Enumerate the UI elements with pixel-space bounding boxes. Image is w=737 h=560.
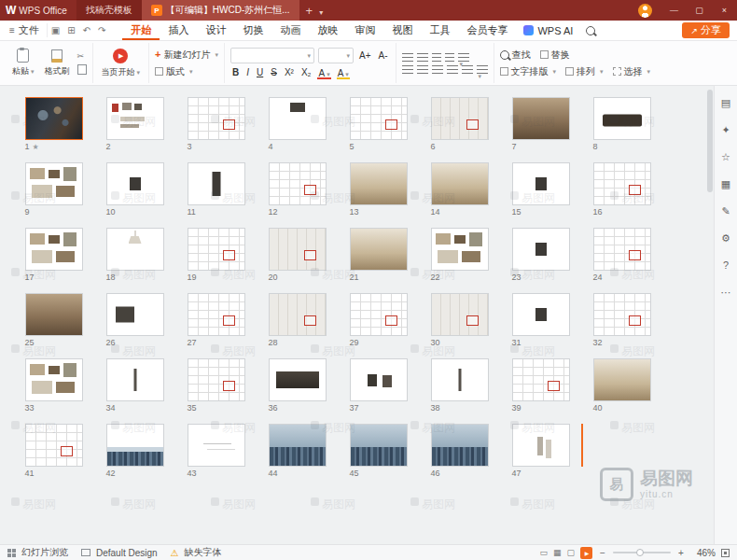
underline-button[interactable]: U [255, 67, 265, 78]
menu-tab-审阅[interactable]: 审阅 [346, 21, 383, 40]
tab-template-store[interactable]: 找稿壳模板 [76, 0, 142, 21]
search-icon[interactable] [586, 26, 595, 35]
slide-thumbnail[interactable] [25, 424, 83, 467]
replace-button[interactable]: 替换 [540, 49, 570, 62]
strikethrough-button[interactable]: S [269, 67, 279, 78]
zoom-in-button[interactable]: + [676, 548, 686, 558]
slide-thumbnail[interactable] [269, 424, 327, 467]
slide-thumbnail[interactable] [431, 228, 489, 271]
slide-thumbnail[interactable] [350, 228, 408, 271]
highlight-button[interactable]: A [336, 68, 351, 78]
align-center-icon[interactable] [417, 65, 428, 74]
gallery-icon[interactable]: ▦ [718, 176, 733, 191]
subscript-button[interactable]: X₂ [299, 67, 313, 78]
more-icon[interactable]: ⋯ [718, 285, 733, 300]
slide-thumbnail[interactable] [106, 424, 164, 467]
design-name[interactable]: Default Design [96, 548, 158, 558]
maximize-button[interactable]: ▢ [687, 0, 712, 21]
favorites-icon[interactable]: ☆ [718, 149, 733, 164]
cut-button[interactable]: ✂ [77, 52, 87, 61]
slide-thumbnail[interactable] [188, 162, 245, 205]
save-button[interactable]: ▣ [48, 25, 63, 35]
bold-button[interactable]: B [230, 67, 241, 78]
minimize-button[interactable]: — [661, 0, 687, 21]
slide-thumbnail[interactable] [188, 97, 245, 140]
slide-thumbnail[interactable] [188, 228, 245, 271]
slide-thumbnail[interactable] [350, 162, 408, 205]
beautify-icon[interactable]: ✦ [718, 122, 733, 137]
tab-document[interactable]: P 【可编辑】HWCD-苏州仁恒... [142, 0, 299, 21]
slide-thumbnail[interactable] [593, 97, 651, 140]
slide-thumbnail[interactable] [106, 97, 164, 140]
arrange-button[interactable]: 排列 [565, 65, 604, 78]
slideshow-button[interactable] [580, 547, 592, 559]
paste-button[interactable]: 粘贴 [9, 49, 37, 77]
normal-view-button[interactable]: ▭ [539, 548, 548, 557]
slide-thumbnail[interactable] [512, 424, 570, 467]
slide-thumbnail[interactable] [350, 358, 408, 401]
slide-thumbnail[interactable] [25, 162, 83, 205]
menu-tab-切换[interactable]: 切换 [234, 21, 271, 40]
menu-tab-会员专享[interactable]: 会员专享 [458, 21, 516, 40]
bullets-icon[interactable] [402, 53, 413, 62]
slide-thumbnail[interactable] [593, 228, 651, 271]
menu-tab-插入[interactable]: 插入 [160, 21, 197, 40]
new-tab-button[interactable]: + [299, 4, 320, 18]
slide-thumbnail[interactable] [269, 162, 327, 205]
zoom-slider-thumb[interactable] [636, 549, 644, 556]
slide-thumbnail[interactable] [106, 162, 164, 205]
align-right-icon[interactable] [432, 65, 443, 74]
fit-to-window-button[interactable] [721, 549, 730, 557]
outdent-icon[interactable] [432, 53, 441, 62]
text-tools-button[interactable]: 文字排版 [500, 65, 557, 78]
menu-tab-视图[interactable]: 视图 [383, 21, 421, 40]
slide-thumbnail[interactable] [593, 162, 651, 205]
slide-thumbnail[interactable] [512, 358, 570, 401]
reading-view-button[interactable]: ▢ [566, 548, 575, 557]
text-direction-icon[interactable] [477, 65, 488, 74]
print-button[interactable]: ⊞ [63, 25, 78, 35]
properties-icon[interactable]: ▤ [718, 95, 733, 110]
play-from-current-button[interactable]: 当页开始 [99, 49, 144, 78]
annotate-icon[interactable]: ✎ [718, 203, 733, 218]
slide-thumbnail[interactable] [593, 358, 651, 401]
help-icon[interactable]: ? [718, 258, 733, 273]
menu-tab-设计[interactable]: 设计 [197, 21, 234, 40]
line-spacing-icon[interactable] [458, 53, 469, 62]
slide-thumbnail[interactable] [512, 162, 570, 205]
font-color-button[interactable]: A [316, 68, 331, 78]
menu-tab-动画[interactable]: 动画 [271, 21, 309, 40]
slide-thumbnail[interactable] [431, 97, 489, 140]
slide-thumbnail[interactable] [512, 228, 570, 271]
slide-thumbnail[interactable] [25, 293, 83, 336]
new-slide-button[interactable]: + 新建幻灯片 [155, 49, 218, 62]
slide-thumbnail[interactable] [269, 293, 327, 336]
indent-icon[interactable] [445, 53, 454, 62]
format-painter-button[interactable]: 格式刷 [42, 49, 73, 77]
close-button[interactable]: × [712, 0, 737, 21]
file-menu-button[interactable]: ≡ 文件 [7, 23, 48, 37]
menu-tab-开始[interactable]: 开始 [122, 21, 160, 40]
tab-list-caret-icon[interactable] [319, 2, 328, 19]
menu-tab-放映[interactable]: 放映 [309, 21, 346, 40]
slide-thumbnail[interactable] [431, 358, 489, 401]
slide-thumbnail[interactable] [188, 358, 245, 401]
slide-thumbnail[interactable] [188, 293, 245, 336]
zoom-out-button[interactable]: − [598, 548, 607, 558]
wps-ai-button[interactable]: WPS AI [516, 25, 580, 36]
superscript-button[interactable]: X² [283, 67, 296, 78]
user-avatar[interactable] [638, 4, 652, 18]
slide-thumbnail[interactable] [431, 424, 489, 467]
slide-thumbnail[interactable] [25, 358, 83, 401]
align-left-icon[interactable] [402, 65, 413, 74]
slide-thumbnail[interactable] [269, 358, 327, 401]
distribute-icon[interactable] [462, 65, 473, 74]
italic-button[interactable]: I [244, 67, 251, 78]
undo-button[interactable]: ↶ [79, 25, 94, 35]
font-family-select[interactable] [230, 48, 314, 63]
shrink-font-button[interactable]: A- [377, 50, 390, 62]
menu-tab-工具[interactable]: 工具 [421, 21, 458, 40]
slide-thumbnail[interactable] [350, 293, 408, 336]
zoom-slider[interactable] [613, 552, 671, 553]
copy-button[interactable] [77, 64, 87, 75]
